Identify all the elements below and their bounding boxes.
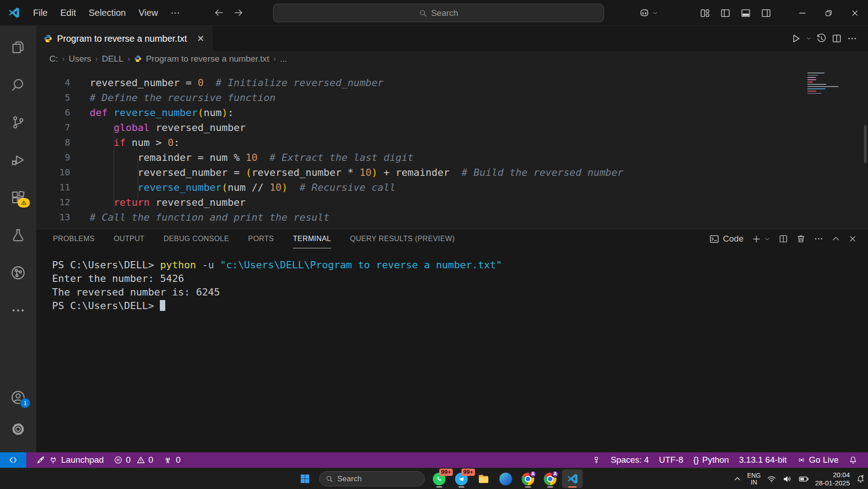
timeline-icon[interactable]	[814, 31, 829, 46]
ports-status[interactable]: 0	[158, 455, 186, 465]
battery-icon[interactable]	[798, 474, 809, 484]
menu-item-edit[interactable]: Edit	[54, 0, 82, 26]
editor-scrollbar[interactable]	[864, 125, 867, 163]
forward-arrow-icon[interactable]	[233, 7, 244, 18]
breadcrumb-file[interactable]: Program to reverse a number.txt	[146, 54, 269, 64]
warning-icon	[136, 455, 145, 465]
language-mode-status[interactable]: {}Python	[688, 455, 734, 465]
notifications-bell-icon[interactable]	[844, 455, 863, 465]
encoding-status[interactable]: UTF-8	[654, 455, 688, 465]
extensions-icon[interactable]	[7, 187, 29, 208]
remote-indicator[interactable]	[0, 452, 26, 468]
breadcrumb-segment[interactable]: DELL	[102, 54, 124, 64]
code-editor[interactable]: 4reversed_number = 0 # Initialize revers…	[36, 66, 868, 229]
menu-item-file[interactable]: File	[27, 0, 54, 26]
terminal-dropdown-icon[interactable]	[764, 236, 771, 242]
run-dropdown-icon[interactable]	[804, 31, 814, 46]
run-button[interactable]	[788, 31, 804, 46]
panel-tab-query-results-preview-[interactable]: QUERY RESULTS (PREVIEW)	[350, 229, 455, 248]
toggle-panel-icon[interactable]	[738, 5, 753, 21]
code-line[interactable]: 5# Define the recursive function	[36, 90, 868, 105]
panel-tab-debug-console[interactable]: DEBUG CONSOLE	[163, 229, 229, 248]
tray-clock[interactable]: 20:0428-01-2025	[815, 471, 850, 487]
close-panel-icon[interactable]	[848, 234, 857, 243]
minimize-button[interactable]	[789, 0, 815, 26]
code-line[interactable]: 13# Call the function and print the resu…	[36, 210, 868, 225]
customize-layout-icon[interactable]	[697, 5, 713, 21]
new-terminal-icon[interactable]	[751, 234, 762, 244]
circle-branch-icon[interactable]	[7, 262, 29, 284]
start-button[interactable]	[294, 470, 315, 488]
volume-icon[interactable]	[782, 474, 792, 484]
breadcrumb-segment[interactable]: C:	[49, 54, 58, 64]
file-explorer-app[interactable]	[473, 470, 494, 488]
toggle-secondary-sidebar-icon[interactable]	[758, 5, 774, 21]
source-control-icon[interactable]	[7, 111, 29, 133]
tray-chevron-up-icon[interactable]	[734, 475, 741, 483]
copilot-menu[interactable]	[638, 7, 658, 19]
accounts-icon[interactable]: 1	[7, 387, 29, 408]
code-line[interactable]: 12 return reversed_number	[36, 195, 868, 210]
chrome-app-2[interactable]: A	[540, 470, 561, 488]
taskbar-search[interactable]: Search	[319, 471, 425, 486]
code-line[interactable]: 7 global reversed_number	[36, 120, 868, 135]
line-number: 6	[36, 105, 70, 120]
problems-status[interactable]: 0 0	[109, 455, 158, 465]
breadcrumb-trail[interactable]: ...	[280, 54, 287, 64]
language-indicator[interactable]: ENGIN	[747, 472, 761, 486]
code-line[interactable]: 4reversed_number = 0 # Initialize revers…	[36, 75, 868, 90]
chrome-profile-badge: A	[529, 470, 537, 478]
go-live-button[interactable]: Go Live	[792, 455, 844, 465]
panel-tab-terminal[interactable]: TERMINAL	[293, 229, 331, 248]
line-number: 8	[36, 135, 70, 150]
close-button[interactable]	[842, 0, 868, 26]
split-terminal-icon[interactable]	[778, 234, 788, 244]
menu-more-button[interactable]: ⋯	[164, 7, 187, 18]
notification-bell-icon[interactable]	[856, 474, 865, 484]
code-line[interactable]: 11 reverse_number(num // 10) # Recursive…	[36, 180, 868, 195]
breadcrumb-segment[interactable]: Users	[69, 54, 91, 64]
code-line[interactable]: 6def reverse_number(num):	[36, 105, 868, 120]
toggle-sidebar-icon[interactable]	[718, 5, 733, 21]
terminal-profile[interactable]: Code	[709, 234, 743, 244]
command-center-search[interactable]: Search	[273, 4, 604, 22]
panel-tab-problems[interactable]: PROBLEMS	[53, 229, 95, 248]
explorer-icon[interactable]	[7, 36, 29, 58]
whatsapp-app[interactable]: 99+	[429, 470, 450, 488]
edge-app[interactable]	[495, 470, 516, 488]
code-line[interactable]: 9 remainder = num % 10 # Extract the las…	[36, 150, 868, 165]
panel-tab-ports[interactable]: PORTS	[248, 229, 274, 248]
split-editor-icon[interactable]	[829, 31, 844, 46]
testing-icon[interactable]	[7, 224, 29, 246]
windows-start-icon	[299, 473, 311, 484]
launchpad-status[interactable]: Launchpad	[31, 455, 109, 465]
tab-close-icon[interactable]: ✕	[197, 33, 205, 44]
more-views-icon[interactable]	[7, 300, 29, 321]
minimap[interactable]	[806, 71, 841, 108]
tab-program-to-reverse[interactable]: Program to reverse a number.txt ✕	[36, 26, 212, 51]
restore-button[interactable]	[815, 0, 842, 26]
indentation-status[interactable]: Spaces: 4	[606, 455, 654, 465]
settings-gear-icon[interactable]	[7, 418, 29, 440]
maximize-panel-icon[interactable]	[831, 234, 840, 243]
vscode-app[interactable]	[562, 470, 583, 488]
panel-more-icon[interactable]	[814, 234, 824, 244]
chrome-app-1[interactable]: A	[518, 470, 538, 488]
editor-more-icon[interactable]	[844, 31, 860, 46]
python-version-status[interactable]: 3.13.1 64-bit	[734, 455, 792, 465]
back-arrow-icon[interactable]	[213, 7, 224, 18]
chrome-icon: A	[522, 473, 534, 485]
port-indicator[interactable]	[587, 455, 606, 465]
telegram-app[interactable]: 99+	[451, 470, 472, 488]
run-debug-icon[interactable]	[7, 149, 29, 171]
search-view-icon[interactable]	[7, 74, 29, 96]
menu-item-selection[interactable]: Selection	[82, 0, 132, 26]
code-line[interactable]: 10 reversed_number = (reversed_number * …	[36, 165, 868, 180]
code-line[interactable]: 8 if num > 0:	[36, 135, 868, 150]
menu-item-view[interactable]: View	[132, 0, 164, 26]
terminal-output[interactable]: PS C:\Users\DELL> python -u "c:\Users\DE…	[36, 248, 868, 452]
line-number: 7	[36, 120, 70, 135]
kill-terminal-icon[interactable]	[796, 234, 806, 244]
panel-tab-output[interactable]: OUTPUT	[114, 229, 144, 248]
wifi-icon[interactable]	[767, 474, 777, 484]
